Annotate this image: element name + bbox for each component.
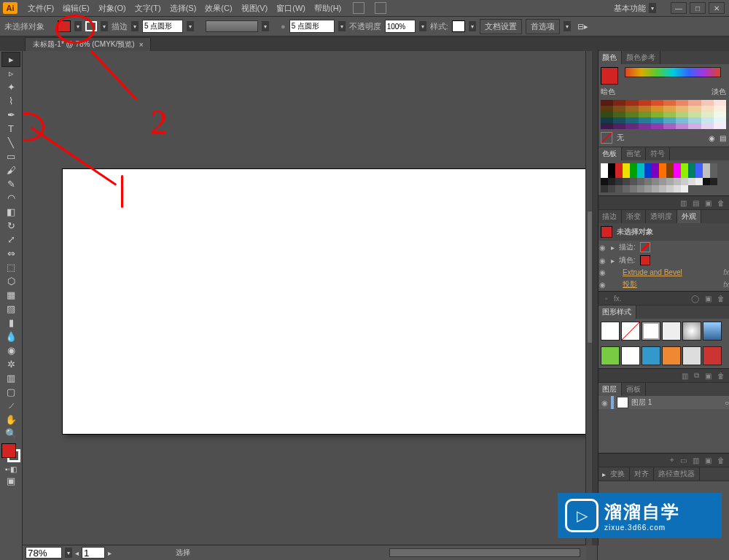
- selection-tool[interactable]: ▸: [2, 52, 20, 66]
- page-next-icon[interactable]: ▸: [108, 549, 112, 557]
- style-thumb[interactable]: [682, 346, 701, 365]
- column-graph-tool[interactable]: ▥: [2, 371, 20, 385]
- fill-dropdown-icon[interactable]: ▾: [74, 21, 82, 31]
- swatch-chip[interactable]: [623, 178, 630, 185]
- delete-swatch-icon[interactable]: 🗑: [717, 199, 725, 207]
- swatch-chip[interactable]: [601, 171, 608, 178]
- swatch-options-icon[interactable]: ▤: [693, 199, 699, 207]
- visibility-toggle[interactable]: ◉: [598, 268, 607, 276]
- eraser-tool[interactable]: ◧: [2, 205, 20, 219]
- graphic-styles-row-2[interactable]: [598, 343, 729, 368]
- artboard-tool[interactable]: ▢: [2, 385, 20, 399]
- direct-selection-tool[interactable]: ▹: [2, 66, 20, 80]
- swatch-chip[interactable]: [710, 163, 717, 171]
- swatch-chip[interactable]: [601, 185, 608, 192]
- stroke-none-icon[interactable]: [640, 242, 650, 252]
- swatch-chip[interactable]: [644, 171, 652, 178]
- swatch-chip[interactable]: [608, 178, 615, 185]
- shape-builder-tool[interactable]: ⬡: [2, 274, 20, 288]
- pencil-tool[interactable]: ✎: [2, 177, 20, 191]
- style-dropdown[interactable]: ▾: [469, 21, 476, 31]
- tab-gradient[interactable]: 渐变: [622, 210, 646, 223]
- page-prev-icon[interactable]: ◂: [75, 549, 79, 557]
- swatch-chip[interactable]: [666, 163, 674, 171]
- document-setup-button[interactable]: 文档设置: [480, 19, 522, 34]
- swatch-chip[interactable]: [615, 171, 623, 178]
- swatch-chip[interactable]: [644, 163, 652, 171]
- swatch-chip[interactable]: [623, 185, 630, 192]
- fill-color-chip[interactable]: [640, 255, 650, 265]
- brush-dropdown-icon[interactable]: ▾: [262, 21, 269, 31]
- tab-close-icon[interactable]: ×: [139, 41, 144, 49]
- rectangle-tool[interactable]: ▭: [2, 149, 20, 163]
- color-preview[interactable]: [601, 67, 618, 85]
- swatch-chip[interactable]: [695, 171, 703, 178]
- hand-tool[interactable]: ✋: [2, 413, 20, 427]
- artboard-index-input[interactable]: [82, 547, 105, 559]
- prefs-dropdown[interactable]: ▾: [564, 21, 571, 31]
- style-thumb[interactable]: [621, 322, 640, 341]
- locate-icon[interactable]: ⌖: [670, 456, 674, 464]
- tab-stroke[interactable]: 描边: [598, 210, 622, 223]
- expand-icon[interactable]: ▸: [611, 244, 615, 252]
- swatch-chip[interactable]: [688, 171, 695, 178]
- align-icon[interactable]: ⊟▸: [577, 22, 588, 31]
- screen-mode-tool[interactable]: ▣: [2, 474, 20, 488]
- visibility-toggle[interactable]: ◉: [598, 257, 607, 265]
- menu-effect[interactable]: 效果(C): [200, 0, 236, 16]
- color-ramp[interactable]: [625, 67, 721, 77]
- swatch-chip[interactable]: [703, 178, 710, 185]
- new-swatch-icon[interactable]: ▣: [705, 199, 712, 207]
- swatch-chip[interactable]: [652, 171, 659, 178]
- swatch-chip[interactable]: [659, 171, 666, 178]
- duplicate-icon[interactable]: ▣: [705, 295, 712, 303]
- swatch-chip[interactable]: [659, 163, 666, 171]
- tab-symbols[interactable]: 符号: [646, 147, 670, 160]
- stroke-weight-dropdown[interactable]: ▾: [187, 21, 194, 31]
- color-wheel-icon[interactable]: ◉: [709, 134, 715, 142]
- color-mode-row[interactable]: ▪▫◧: [2, 464, 20, 474]
- profile-dropdown[interactable]: ▾: [338, 21, 346, 31]
- workspace-dropdown-icon[interactable]: ▾: [649, 3, 656, 13]
- stroke-weight-input[interactable]: [142, 20, 183, 33]
- brush-profile-input[interactable]: [289, 20, 335, 33]
- tab-color[interactable]: 颜色: [598, 51, 622, 64]
- gradient-tool[interactable]: ▮: [2, 316, 20, 330]
- zoom-dropdown[interactable]: ▾: [65, 548, 72, 558]
- layer-visibility-icon[interactable]: ◉: [598, 399, 611, 407]
- tab-appearance[interactable]: 外观: [677, 210, 701, 223]
- type-tool[interactable]: T: [2, 122, 20, 136]
- panel-menu-icon[interactable]: ▤: [720, 134, 726, 142]
- swatch-chip[interactable]: [637, 163, 644, 171]
- symbol-sprayer-tool[interactable]: ✲: [2, 357, 20, 371]
- swatch-chip[interactable]: [652, 185, 659, 192]
- opacity-dropdown[interactable]: ▾: [419, 21, 426, 31]
- style-thumb[interactable]: [703, 346, 722, 365]
- horizontal-scrollbar[interactable]: [389, 548, 581, 557]
- clear-appearance-icon[interactable]: ◯: [691, 295, 699, 303]
- style-thumb[interactable]: [642, 322, 660, 341]
- tab-transparency[interactable]: 透明度: [646, 210, 677, 223]
- swatch-chip[interactable]: [681, 185, 688, 192]
- zoom-tool[interactable]: 🔍: [2, 427, 20, 440]
- swatch-chip[interactable]: [637, 185, 644, 192]
- swatch-chip[interactable]: [688, 163, 695, 171]
- opacity-input[interactable]: [385, 20, 416, 33]
- pen-tool[interactable]: ✒: [2, 108, 20, 122]
- delete-layer-icon[interactable]: 🗑: [717, 456, 725, 464]
- scale-tool[interactable]: ⤢: [2, 233, 20, 246]
- swatch-chip[interactable]: [630, 178, 637, 185]
- swatch-chip[interactable]: [601, 163, 608, 171]
- fill-swatch[interactable]: [58, 20, 71, 32]
- swatch-chip[interactable]: [666, 185, 674, 192]
- minimize-button[interactable]: ―: [671, 2, 687, 14]
- menu-type[interactable]: 文字(T): [130, 0, 165, 16]
- mesh-tool[interactable]: ▨: [2, 302, 20, 316]
- swatch-chip[interactable]: [637, 178, 644, 185]
- swatch-grid[interactable]: [601, 163, 717, 192]
- swatch-chip[interactable]: [695, 178, 703, 185]
- tab-artboards[interactable]: 画板: [622, 383, 646, 396]
- effect-drop-shadow[interactable]: 投影: [623, 279, 637, 289]
- eyedropper-tool[interactable]: 💧: [2, 330, 20, 343]
- magic-wand-tool[interactable]: ✦: [2, 80, 20, 94]
